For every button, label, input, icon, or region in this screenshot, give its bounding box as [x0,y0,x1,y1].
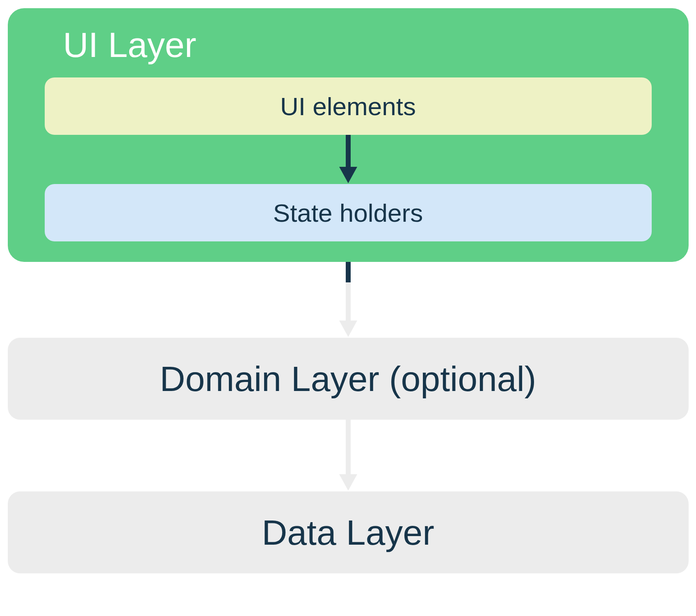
ui-layer-container: UI Layer UI elements State holders [8,8,689,262]
state-holders-box: State holders [45,184,652,241]
arrow-down-icon [336,262,361,338]
arrow-ui-to-state [45,135,652,184]
arrow-down-icon [336,420,361,491]
data-layer-box: Data Layer [8,491,689,573]
arrow-domain-to-data [336,420,361,491]
svg-marker-4 [339,321,357,337]
arrow-down-icon [336,135,361,184]
ui-layer-title: UI Layer [63,25,652,65]
svg-marker-6 [339,474,357,491]
arrow-state-to-domain [336,262,361,338]
domain-layer-box: Domain Layer (optional) [8,338,689,420]
svg-marker-1 [339,167,357,183]
ui-elements-box: UI elements [45,77,652,135]
